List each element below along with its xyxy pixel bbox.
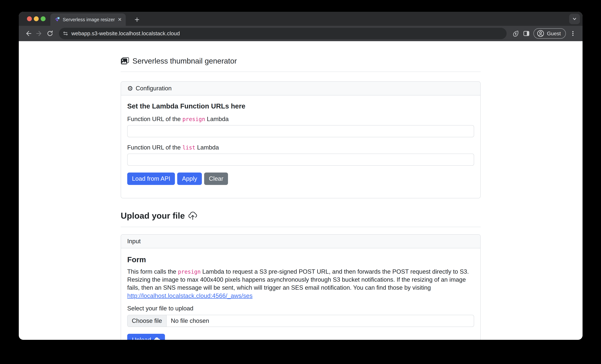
tab-title: Serverless image resizer xyxy=(63,17,115,22)
configuration-card: ⚙ Configuration Set the Lambda Function … xyxy=(121,81,481,198)
tab-search-button[interactable] xyxy=(569,14,580,24)
load-from-api-button[interactable]: Load from API xyxy=(127,172,175,185)
input-card-header: Input xyxy=(121,235,480,248)
cloud-upload-fill-icon xyxy=(153,336,160,340)
back-icon xyxy=(25,30,32,37)
images-icon xyxy=(121,57,129,65)
kebab-menu-icon xyxy=(570,30,576,37)
forward-icon xyxy=(36,30,43,37)
input-card-body: Form This form calls the presign Lambda … xyxy=(121,248,480,340)
page-content: Serverless thumbnail generator ⚙ Configu… xyxy=(19,41,582,340)
form-description: This form calls the presign Lambda to re… xyxy=(127,268,474,300)
url-text[interactable]: webapp.s3-website.localhost.localstack.c… xyxy=(71,30,180,37)
list-url-input[interactable] xyxy=(127,153,474,166)
form-heading: Form xyxy=(127,255,474,264)
battery-saver-leaf-icon xyxy=(512,30,519,37)
divider xyxy=(121,71,481,72)
browser-window: Serverless image resizer ✕ + xyxy=(19,12,582,340)
config-heading: Set the Lambda Function URLs here xyxy=(127,102,474,110)
desc-segment-1: This form calls the xyxy=(127,268,178,275)
select-file-label: Select your file to upload xyxy=(127,305,474,312)
window-controls xyxy=(27,16,46,21)
desc-presign-code: presign xyxy=(178,269,200,275)
presign-url-label: Function URL of the presign Lambda xyxy=(127,116,474,122)
close-window-button[interactable] xyxy=(27,16,32,21)
guest-avatar-icon xyxy=(537,30,545,38)
configuration-card-header: ⚙ Configuration xyxy=(121,82,480,95)
side-panel-button[interactable] xyxy=(521,28,532,39)
upload-section-heading: Upload your file xyxy=(121,211,481,221)
apply-button[interactable]: Apply xyxy=(177,172,202,185)
upload-button-label: Upload xyxy=(132,336,151,340)
configuration-card-body: Set the Lambda Function URLs here Functi… xyxy=(121,95,480,198)
choose-file-button[interactable]: Choose file xyxy=(128,315,167,327)
file-chosen-status: No file chosen xyxy=(167,315,213,327)
config-buttons: Load from API Apply Clear xyxy=(127,172,474,185)
url-bar[interactable]: webapp.s3-website.localhost.localstack.c… xyxy=(59,28,507,39)
upload-button[interactable]: Upload xyxy=(127,334,165,340)
file-input[interactable]: Choose file No file chosen xyxy=(127,315,474,327)
gear-icon: ⚙ xyxy=(127,85,133,92)
reload-button[interactable] xyxy=(45,28,55,39)
list-url-label: Function URL of the list Lambda xyxy=(127,144,474,151)
browser-menu-button[interactable] xyxy=(568,28,578,39)
site-settings-icon[interactable] xyxy=(62,30,69,36)
minimize-window-button[interactable] xyxy=(34,16,39,21)
profile-chip[interactable]: Guest xyxy=(533,28,566,39)
upload-heading-text: Upload your file xyxy=(121,211,185,221)
input-header-label: Input xyxy=(127,238,140,245)
divider xyxy=(121,227,481,227)
configuration-header-label: Configuration xyxy=(136,85,172,92)
list-label-pre: Function URL of the xyxy=(127,144,182,151)
presign-label-pre: Function URL of the xyxy=(127,116,182,122)
clear-button[interactable]: Clear xyxy=(204,172,228,185)
new-tab-button[interactable]: + xyxy=(131,14,143,25)
browser-tab[interactable]: Serverless image resizer ✕ xyxy=(50,13,126,26)
forward-button[interactable] xyxy=(34,28,45,39)
presign-url-input[interactable] xyxy=(127,125,474,137)
page-title: Serverless thumbnail generator xyxy=(121,57,481,65)
input-card: Input Form This form calls the presign L… xyxy=(121,234,481,340)
presign-code: presign xyxy=(182,116,205,122)
presign-label-post: Lambda xyxy=(205,116,229,122)
chevron-down-icon xyxy=(571,16,578,22)
list-code: list xyxy=(182,144,195,151)
favicon-localstack xyxy=(54,17,60,22)
back-button[interactable] xyxy=(23,28,34,39)
side-panel-icon xyxy=(523,30,530,37)
reload-icon xyxy=(46,30,54,37)
list-label-post: Lambda xyxy=(195,144,219,151)
browser-toolbar: webapp.s3-website.localhost.localstack.c… xyxy=(19,26,582,41)
cloud-upload-icon xyxy=(188,211,197,220)
ses-link[interactable]: http://localhost.localstack.cloud:4566/_… xyxy=(127,293,252,299)
profile-label: Guest xyxy=(547,30,561,37)
battery-saver-button[interactable] xyxy=(510,28,521,39)
tab-close-icon[interactable]: ✕ xyxy=(118,17,122,22)
tab-strip: Serverless image resizer ✕ + xyxy=(19,12,582,26)
zoom-window-button[interactable] xyxy=(41,16,46,21)
page-title-text: Serverless thumbnail generator xyxy=(132,57,237,65)
